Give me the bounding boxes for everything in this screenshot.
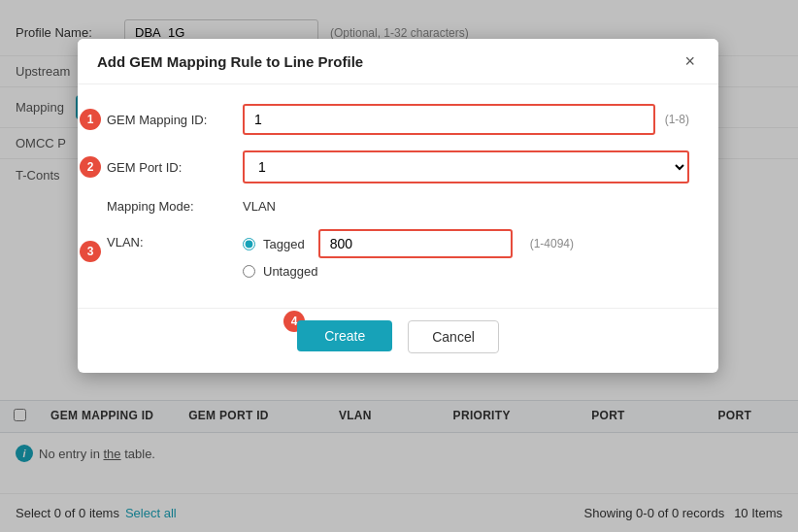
gem-port-id-label: GEM Port ID: bbox=[107, 160, 243, 175]
vlan-untagged-row: Untagged bbox=[243, 264, 689, 279]
vlan-options: Tagged (1-4094) Untagged bbox=[243, 229, 689, 279]
gem-mapping-id-input[interactable] bbox=[243, 104, 655, 135]
modal-title: Add GEM Mapping Rule to Line Profile bbox=[97, 53, 363, 70]
untagged-radio[interactable] bbox=[243, 265, 255, 278]
create-btn-wrapper: 4 Create bbox=[297, 320, 392, 353]
step-2-badge: 2 bbox=[80, 156, 101, 178]
untagged-label: Untagged bbox=[263, 264, 317, 279]
gem-port-id-row: 2 GEM Port ID: 1 2 3 4 5 6 7 8 bbox=[107, 150, 689, 183]
gem-mapping-id-row: 1 GEM Mapping ID: (1-8) bbox=[107, 104, 689, 135]
gem-port-id-select[interactable]: 1 2 3 4 5 6 7 8 bbox=[243, 150, 689, 183]
modal-body: 1 GEM Mapping ID: (1-8) 2 GEM Port ID: 1… bbox=[78, 84, 718, 308]
add-gem-mapping-modal: Add GEM Mapping Rule to Line Profile × 1… bbox=[78, 39, 718, 373]
vlan-tagged-hint: (1-4094) bbox=[530, 237, 574, 250]
tagged-label: Tagged bbox=[263, 237, 305, 251]
mapping-mode-label: Mapping Mode: bbox=[107, 199, 243, 214]
mapping-mode-row: Mapping Mode: VLAN bbox=[107, 199, 689, 214]
tagged-radio[interactable] bbox=[243, 238, 255, 250]
create-button[interactable]: Create bbox=[297, 320, 392, 351]
modal-header: Add GEM Mapping Rule to Line Profile × bbox=[78, 39, 718, 84]
vlan-label: VLAN: bbox=[107, 229, 243, 249]
modal-footer: 4 Create Cancel bbox=[78, 308, 718, 373]
vlan-row: 3 VLAN: Tagged (1-4094) Untagged bbox=[107, 229, 689, 279]
vlan-tagged-row: Tagged (1-4094) bbox=[243, 229, 689, 258]
step-1-badge: 1 bbox=[80, 109, 101, 130]
step-3-badge: 3 bbox=[80, 241, 101, 262]
mapping-mode-value: VLAN bbox=[243, 199, 276, 214]
modal-close-button[interactable]: × bbox=[681, 52, 699, 70]
gem-mapping-id-hint: (1-8) bbox=[665, 113, 689, 126]
gem-mapping-id-label: GEM Mapping ID: bbox=[107, 113, 243, 127]
gem-port-id-wrapper: 1 2 3 4 5 6 7 8 bbox=[243, 150, 689, 183]
gem-mapping-id-wrapper bbox=[243, 104, 655, 135]
cancel-button[interactable]: Cancel bbox=[408, 320, 499, 353]
vlan-tagged-input[interactable] bbox=[318, 229, 513, 258]
